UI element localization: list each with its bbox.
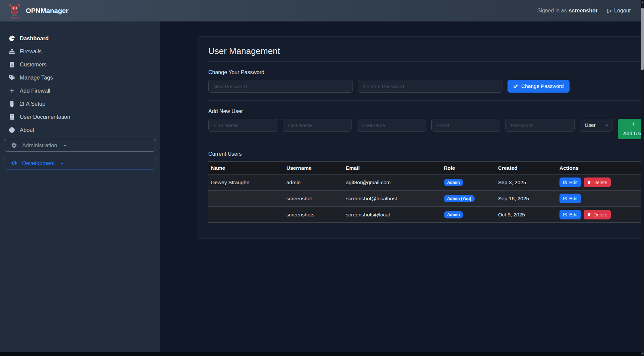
change-password-heading: Change Your Password [208,69,644,75]
sidebar-item-label: Add Firewall [20,88,50,94]
signed-in-label: Signed in as [537,8,567,13]
trash-icon [587,212,591,217]
key-icon [513,84,519,89]
cell-created: Sep 3, 2025 [495,174,557,191]
signed-in-username: screenshot [569,8,597,13]
building-icon [8,61,15,68]
logout-icon [606,8,612,14]
scrollbar-thumb[interactable] [641,8,644,70]
confirm-password-input[interactable] [358,80,502,93]
edit-label: Edit [569,180,578,185]
page-title: User Management [208,46,644,56]
delete-user-button[interactable]: Delete [584,210,611,219]
change-password-label: Change Password [521,83,564,89]
cell-name: Dewey Straughn [208,174,284,191]
sidebar-item-customers[interactable]: Customers [0,58,160,71]
cell-username: screenshots [284,207,343,223]
table-row: screenshot screenshot@localhost Admin (Y… [208,191,644,207]
gear-icon [11,142,17,149]
development-label: Development [22,160,55,166]
robot-mascot-logo: AGIT8OR [7,3,21,19]
logout-label: Logout [614,8,631,14]
code-icon [11,160,17,166]
sidebar-item-label: About [20,127,34,133]
delete-label: Delete [593,180,607,185]
cell-username: screenshot [284,191,343,207]
table-row: screenshots screenshots@local Admin Oct … [208,207,644,223]
col-header-role: Role [441,162,495,174]
user-management-card: User Management Change Your Password Cha… [197,36,644,239]
plus-icon [631,121,636,126]
username-input[interactable] [357,119,426,132]
col-header-username: Username [284,162,343,174]
info-circle-icon [8,126,15,134]
cell-name [208,207,284,223]
sidebar-item-dashboard[interactable]: Dashboard [0,32,160,45]
role-select[interactable]: User [580,119,612,132]
edit-user-button[interactable]: Edit [559,194,581,203]
sidebar-item-label: Customers [20,61,47,68]
scroll-up-arrow[interactable]: ▲ [641,0,644,5]
divider [208,61,644,62]
signed-in-status: Signed in asscreenshot [537,8,597,14]
sidebar-item-label: Dashboard [20,35,49,42]
trash-icon [587,180,591,185]
sidebar-item-label: Manage Tags [20,74,53,81]
edit-user-button[interactable]: Edit [559,177,581,187]
col-header-created: Created [495,162,557,174]
scroll-down-arrow[interactable]: ▼ [641,351,644,356]
mobile-icon [8,100,15,107]
edit-pencil-icon [563,212,567,217]
edit-pencil-icon [563,196,567,201]
delete-user-button[interactable]: Delete [584,177,611,187]
cell-email: agit8or@gmail.com [343,174,441,191]
page-bottom-strip [0,352,644,356]
password-input[interactable] [505,119,575,132]
edit-label: Edit [569,212,578,217]
sidebar-item-label: Firewalls [20,48,42,55]
sidebar-item-firewalls[interactable]: Firewalls [0,45,160,58]
change-password-button[interactable]: Change Password [507,80,570,93]
cell-email: screenshots@local [343,207,441,223]
network-icon [8,48,15,55]
col-header-email: Email [343,162,441,174]
caret-down-icon [63,145,67,147]
add-user-button[interactable]: Add User [618,119,644,139]
chevron-down-icon [605,123,609,127]
book-icon [8,113,15,120]
development-dropdown[interactable]: Development [4,157,156,169]
last-name-input[interactable] [283,119,352,132]
sidebar-item-user-documentation[interactable]: User Documentation [0,110,160,123]
administration-dropdown[interactable]: Administration [4,139,156,152]
logout-button[interactable]: Logout [606,8,631,14]
sidebar-item-manage-tags[interactable]: Manage Tags [0,71,160,84]
sidebar-item-about[interactable]: About [0,123,160,137]
role-badge: Admin [444,179,463,186]
cell-created: Oct 9, 2025 [495,207,557,223]
first-name-input[interactable] [208,119,277,132]
app-title: OPNManager [26,7,69,15]
edit-user-button[interactable]: Edit [559,210,581,219]
new-password-input[interactable] [208,80,353,93]
delete-label: Delete [593,212,607,217]
vertical-scrollbar[interactable]: ▲ ▼ [641,0,644,356]
current-users-heading: Current Users [208,151,644,157]
administration-label: Administration [22,142,57,149]
main-content: User Management Change Your Password Cha… [160,21,644,352]
col-header-actions: Actions [557,162,644,174]
cell-email: screenshot@localhost [343,191,441,207]
tags-icon [8,74,15,81]
sidebar-item-add-firewall[interactable]: Add Firewall [0,84,160,97]
table-header-row: Name Username Email Role Created Actions [208,162,644,174]
plus-icon [8,87,15,94]
email-input[interactable] [431,119,500,132]
sidebar-item-label: 2FA Setup [20,101,45,107]
sidebar-item-2fa-setup[interactable]: 2FA Setup [0,97,160,110]
cell-created: Sep 16, 2025 [495,191,557,207]
users-table: Name Username Email Role Created Actions… [208,161,644,223]
sidebar-item-label: User Documentation [20,114,70,120]
sidebar: Dashboard Firewalls Customers [0,21,160,352]
role-select-value: User [585,122,596,128]
role-badge: Admin [444,211,463,218]
col-header-name: Name [208,162,284,174]
